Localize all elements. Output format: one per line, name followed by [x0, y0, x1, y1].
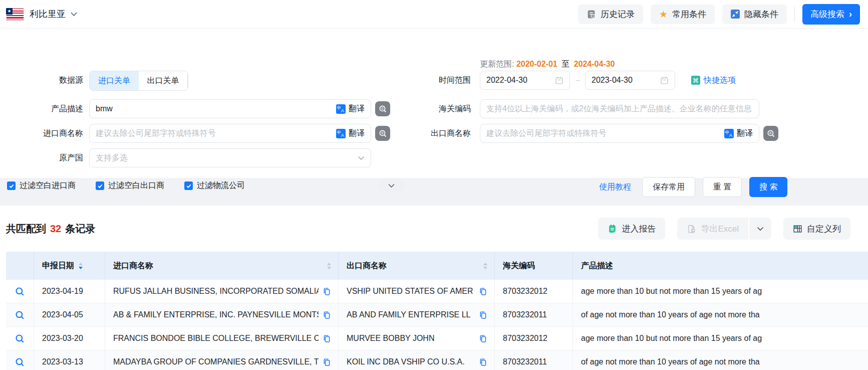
country-name[interactable]: 利比里亚 [30, 8, 66, 20]
copy-icon[interactable] [323, 311, 331, 319]
fuzzy-search-toggle-button[interactable] [763, 126, 778, 141]
row-detail-search-icon[interactable] [15, 357, 25, 367]
enter-report-button[interactable]: 进入报告 [598, 218, 665, 240]
header-label: 进口商名称 [113, 261, 153, 271]
checkbox-label: 过滤空白进口商 [20, 180, 76, 191]
translate-button[interactable]: 中A 翻译 [719, 128, 753, 139]
importer-input[interactable] [96, 129, 331, 138]
match-suffix: 条记录 [65, 222, 95, 236]
fuzzy-search-toggle-button[interactable] [375, 101, 390, 116]
filter-checkbox-1[interactable]: 过滤空白出口商 [96, 180, 164, 191]
export-excel-button[interactable]: 导出Excel [677, 218, 748, 240]
translate-button[interactable]: 中A 翻译 [331, 128, 365, 139]
exporter-field[interactable]: 中A 翻译 [480, 124, 759, 143]
importer-field[interactable]: 中A 翻译 [89, 124, 371, 143]
date-start-field[interactable] [480, 71, 570, 90]
hs-code-input[interactable] [486, 104, 753, 113]
checkbox-checked-icon[interactable] [184, 181, 193, 190]
hide-conditions-button[interactable]: 隐藏条件 [722, 5, 787, 24]
cell-importer: AB & FAMILY ENTERPRISE, INC. PAYNESVILLE… [105, 303, 339, 326]
product-desc-field[interactable]: 中A 翻译 [89, 99, 371, 118]
tutorial-link[interactable]: 使用教程 [599, 182, 631, 193]
header-exporter[interactable]: 出口商名称 [339, 252, 495, 280]
cell-exporter: VSHIP UNITED STATES OF AMER [339, 280, 495, 303]
sort-icon[interactable] [327, 263, 331, 269]
sort-icon[interactable] [79, 263, 83, 269]
date-end-field[interactable] [585, 71, 675, 90]
copy-icon[interactable] [479, 358, 487, 366]
header-importer[interactable]: 进口商名称 [105, 252, 339, 280]
header-declare-date[interactable]: 申报日期 [34, 252, 105, 280]
checkbox-checked-icon[interactable] [7, 181, 16, 190]
table-row: 2023-03-13MADAYBA GROUP OF COMPANIES GAR… [6, 350, 868, 370]
header-label: 出口商名称 [347, 261, 387, 271]
row-detail-search-icon[interactable] [15, 286, 25, 297]
row-detail-search-icon[interactable] [15, 310, 25, 320]
cell-exporter: AB AND FAMILY ENTERPRISE LL [339, 303, 495, 326]
checkbox-label: 过滤空白出口商 [108, 180, 164, 191]
product-desc-input[interactable] [96, 104, 331, 113]
translate-label: 翻译 [349, 104, 365, 114]
copy-icon[interactable] [479, 311, 487, 319]
date-start-input[interactable] [486, 76, 555, 85]
cell-product-desc: of age not more than 10 years of age not… [573, 350, 868, 370]
cell-product-desc: age more than 10 but not more than 15 ye… [573, 280, 868, 303]
origin-country-select[interactable]: 支持多选 [89, 148, 371, 167]
advanced-search-label: 高级搜索 [810, 9, 844, 20]
update-range-to: 2024-04-30 [574, 60, 615, 68]
cell-importer: MADAYBA GROUP OF COMPANIES GARDNESVILLE,… [105, 350, 339, 370]
date-end-input[interactable] [592, 76, 660, 85]
svg-text:A: A [341, 132, 345, 138]
export-excel-group: 导出Excel [677, 218, 771, 240]
export-icon [687, 224, 696, 234]
importer-label: 进口商名称 [0, 124, 83, 143]
translate-button[interactable]: 中A 翻译 [331, 104, 365, 114]
table-header-row: 申报日期 进口商名称 出口商名称 海关编码 产品描述 [6, 252, 868, 280]
search-button[interactable]: 搜 索 [749, 177, 787, 197]
calendar-icon [555, 76, 563, 85]
chevron-down-icon[interactable] [70, 12, 78, 17]
columns-icon [793, 224, 802, 234]
customize-columns-button[interactable]: 自定义列 [783, 218, 850, 240]
collapse-icon [731, 10, 740, 19]
history-button[interactable]: 历史记录 [578, 5, 643, 24]
export-options-dropdown[interactable] [748, 218, 771, 240]
cell-declare-date: 2023-04-05 [34, 303, 105, 326]
row-detail-search-icon[interactable] [15, 333, 25, 344]
header-spacer [6, 252, 34, 280]
header-hs-code: 海关编码 [495, 252, 573, 280]
tab-export-customs[interactable]: 出口关单 [139, 71, 188, 90]
cell-product-desc: of age not more than 10 years of age not… [573, 303, 868, 326]
copy-icon[interactable] [323, 358, 331, 366]
filter-checkbox-2[interactable]: 过滤物流公司 [184, 180, 245, 191]
match-count: 32 [50, 223, 61, 235]
sort-icon[interactable] [483, 263, 487, 269]
cell-importer: FRANCIS BONDOE BIBLE COLLEGE, BREWERVILL… [105, 327, 339, 350]
advanced-search-button[interactable]: 高级搜索 › [802, 4, 860, 25]
save-common-button[interactable]: 保存常用 [642, 177, 695, 197]
exporter-label: 出口商名称 [391, 124, 471, 143]
translate-icon: 中A [724, 129, 734, 138]
exporter-input[interactable] [486, 129, 719, 138]
update-range: 更新范围: 2020-02-01 至 2024-04-30 [480, 59, 615, 70]
checkbox-checked-icon[interactable] [96, 181, 104, 190]
copy-icon[interactable] [479, 287, 487, 296]
hs-code-field[interactable] [480, 99, 759, 118]
liberia-flag-icon: ★ [6, 8, 24, 21]
favorites-button[interactable]: ★ 常用条件 [651, 5, 715, 24]
reset-button[interactable]: 重 置 [703, 177, 742, 197]
fuzzy-search-toggle-button[interactable] [375, 126, 390, 141]
cell-declare-date: 2023-04-19 [34, 280, 105, 303]
svg-text:A: A [729, 132, 733, 138]
history-label: 历史记录 [601, 9, 635, 20]
filter-checkbox-0[interactable]: 过滤空白进口商 [7, 180, 76, 191]
copy-icon[interactable] [323, 334, 331, 343]
copy-icon[interactable] [323, 287, 331, 296]
translate-label: 翻译 [349, 128, 365, 139]
cell-declare-date: 2023-03-13 [34, 350, 105, 370]
collapse-form-button[interactable] [378, 179, 405, 192]
tab-import-customs[interactable]: 进口关单 [90, 71, 139, 90]
quick-options-button[interactable]: ⌘ 快捷选项 [691, 71, 736, 90]
copy-icon[interactable] [479, 334, 487, 343]
table-row: 2023-04-19RUFUS JALLAH BUSINESS, INCORPO… [6, 280, 868, 303]
